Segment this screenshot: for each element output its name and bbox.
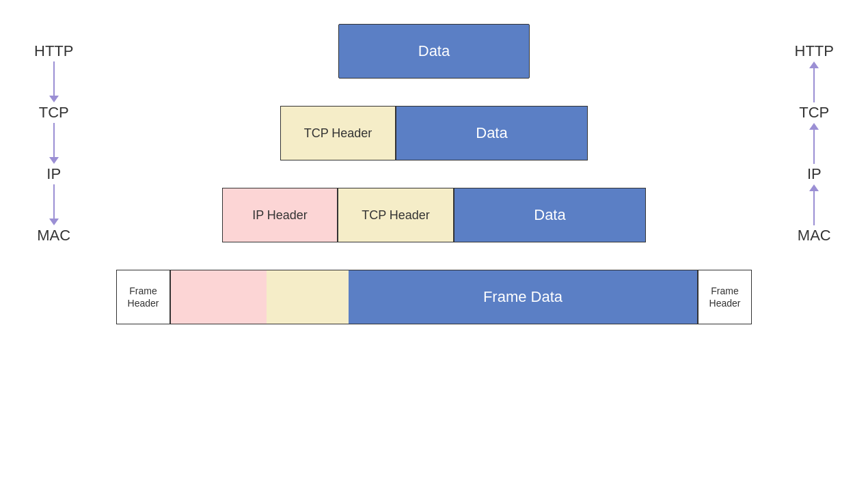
frame-header-right-cell: FrameHeader	[697, 270, 752, 324]
ip-header-label: IP Header	[252, 208, 308, 223]
tcp-header-label-row2: TCP Header	[304, 126, 372, 141]
left-arrow-ip-mac	[47, 184, 61, 225]
right-label-mac: MAC	[798, 225, 831, 246]
diagram-container: HTTP TCP IP MAC HTTP TCP IP	[0, 0, 868, 478]
arrow-line-3	[53, 184, 55, 219]
right-label-tcp: TCP	[799, 102, 829, 123]
right-arrow-line-2	[813, 130, 815, 164]
row-ip: IP Header TCP Header Data	[116, 188, 752, 242]
tcp-header-cell-row3: TCP Header	[338, 188, 455, 242]
left-label-http: HTTP	[34, 41, 73, 61]
arrow-head-1	[49, 96, 59, 102]
http-data-cell: Data	[338, 24, 530, 79]
right-arrow-line-1	[813, 68, 815, 102]
tcp-header-label-row3: TCP Header	[362, 208, 430, 223]
tcp-data-label: Data	[476, 124, 507, 142]
ip-data-cell: Data	[455, 188, 646, 242]
right-protocol-stack: HTTP TCP IP MAC	[795, 41, 834, 246]
right-arrow-http-tcp	[807, 61, 821, 102]
left-label-mac: MAC	[37, 225, 70, 246]
ip-header-cell: IP Header	[222, 188, 338, 242]
right-arrow-ip-mac	[807, 184, 821, 225]
arrow-head-3	[49, 219, 59, 225]
left-arrow-tcp-ip	[47, 123, 61, 164]
left-label-ip: IP	[46, 164, 61, 184]
frame-data-composite: Frame Data	[267, 270, 697, 324]
frame-tcp-area	[267, 270, 349, 324]
frame-header-left-cell: FrameHeader	[116, 270, 171, 324]
frame-ip-area	[171, 270, 267, 324]
left-label-tcp: TCP	[39, 102, 69, 123]
right-arrow-tcp-ip	[807, 123, 821, 164]
right-arrow-head-3	[809, 184, 819, 191]
arrow-line-2	[53, 123, 55, 157]
left-arrow-http-tcp	[47, 61, 61, 102]
http-data-label: Data	[418, 42, 450, 60]
right-arrow-head-2	[809, 123, 819, 130]
frame-data-label-cell: Frame Data	[349, 270, 697, 324]
right-arrow-line-3	[813, 191, 815, 225]
arrow-head-2	[49, 157, 59, 164]
tcp-header-cell-row2: TCP Header	[280, 106, 396, 160]
row-mac: FrameHeader Frame Data FrameHeader	[116, 270, 752, 324]
row-http: Data	[116, 24, 752, 79]
frame-data-text: Frame Data	[483, 288, 562, 306]
left-protocol-stack: HTTP TCP IP MAC	[34, 41, 73, 246]
packets-area: Data TCP Header Data IP Header TCP Heade…	[116, 24, 752, 324]
tcp-data-cell: Data	[396, 106, 588, 160]
row-tcp: TCP Header Data	[116, 106, 752, 160]
right-label-http: HTTP	[795, 41, 834, 61]
arrow-line-1	[53, 61, 55, 96]
right-label-ip: IP	[807, 164, 822, 184]
right-arrow-head-1	[809, 61, 819, 68]
ip-data-label: Data	[534, 206, 565, 224]
